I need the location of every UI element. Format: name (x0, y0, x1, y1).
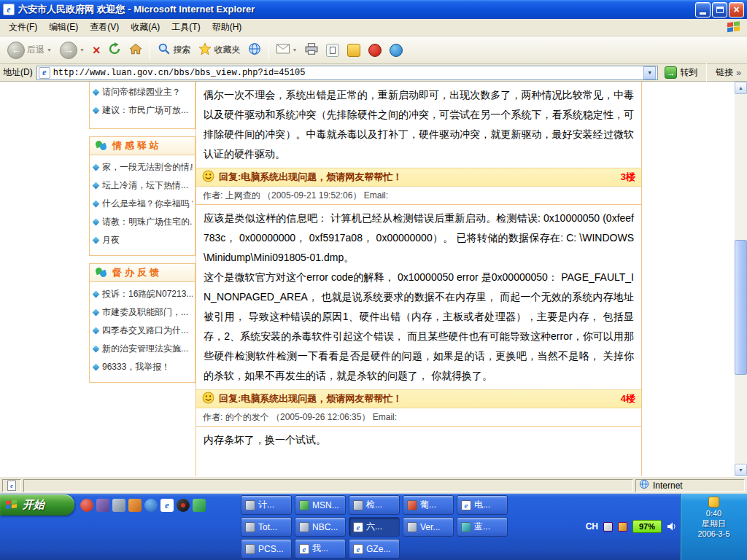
task-button[interactable]: Ver... (403, 517, 454, 537)
messenger-button[interactable] (387, 42, 406, 59)
home-button[interactable] (126, 40, 145, 60)
task-button[interactable]: 蓝... (457, 517, 508, 537)
bullet-icon (93, 309, 100, 316)
sidebar-link[interactable]: 四季春交叉路口为什... (92, 322, 193, 340)
print-button[interactable] (302, 41, 321, 59)
section-title: 情感驿站 (112, 139, 162, 152)
quick-launch-bar: e (80, 497, 206, 513)
go-button[interactable]: → 转到 (662, 65, 700, 80)
scrollbar-thumb[interactable] (735, 240, 747, 375)
tray-icon-2[interactable] (618, 522, 627, 532)
bullet-icon (93, 201, 100, 208)
task-button[interactable]: 计... (241, 495, 292, 515)
discuss-button[interactable] (344, 42, 363, 59)
quick-launch-icon-1[interactable] (80, 499, 93, 512)
sidebar-link[interactable]: 坛上冷清，坛下热情... (92, 176, 193, 195)
task-button[interactable]: 检... (349, 495, 400, 515)
minimize-button[interactable] (695, 2, 711, 18)
task-button-label: 六... (366, 521, 382, 533)
page-content: 请问帝都绿园业主？ 建议：市民广场可放... 情感驿站 家，一段无法割舍的情感 … (0, 82, 747, 476)
quick-launch-qq-icon[interactable] (177, 499, 190, 512)
bullet-icon (93, 291, 100, 298)
media-button[interactable] (245, 40, 264, 60)
favorites-button[interactable]: 收藏夹 (196, 40, 243, 60)
menu-edit[interactable]: 编辑(E) (43, 19, 84, 36)
app-icon (353, 500, 363, 510)
back-icon: ← (7, 42, 25, 59)
task-button-label: NBC... (312, 522, 338, 532)
menu-tools[interactable]: 工具(T) (166, 19, 206, 36)
sidebar-link[interactable]: 请教：明珠广场住宅的... (92, 213, 193, 231)
menu-view[interactable]: 查看(V) (84, 19, 125, 36)
volume-icon[interactable] (667, 522, 677, 531)
bullet-icon (93, 107, 100, 114)
qq-button[interactable] (365, 42, 384, 59)
bullet-icon (93, 164, 100, 171)
address-dropdown-button[interactable]: ▼ (643, 66, 656, 79)
search-button[interactable]: 搜索 (155, 40, 193, 60)
scrollbar-track[interactable] (735, 94, 747, 464)
maximize-button[interactable] (712, 2, 727, 18)
edit-button[interactable] (323, 42, 342, 59)
task-button-label: 电... (474, 499, 490, 511)
back-button[interactable]: ← 后退 ▼ (4, 39, 55, 61)
clock-time: 0:40 (706, 508, 721, 518)
refresh-button[interactable] (105, 40, 124, 60)
menu-favorites[interactable]: 收藏(A) (125, 19, 166, 36)
address-input[interactable]: e http://www.luan.gov.cn/bbs/bbs_view.ph… (36, 66, 659, 80)
notification-icon[interactable] (708, 497, 719, 508)
start-button[interactable]: 开始 (0, 494, 74, 516)
print-icon (305, 43, 318, 57)
app-icon: e (353, 544, 363, 554)
task-button[interactable]: e电... (457, 495, 508, 515)
quick-launch-ie-icon[interactable]: e (160, 499, 174, 512)
reply-author: 作者: 的个的发个 （2005-09-26 12:06:35） Email: (196, 408, 641, 427)
quick-launch-icon-8[interactable] (193, 499, 206, 512)
close-icon: × (733, 4, 739, 15)
floor-badge: 4楼 (621, 392, 635, 405)
ime-indicator[interactable]: CH (586, 521, 598, 532)
tray-icon-1[interactable] (603, 522, 613, 532)
sidebar-link[interactable]: 家，一段无法割舍的情感 (92, 158, 193, 176)
task-button[interactable]: 葡... (403, 495, 454, 515)
sidebar-link[interactable]: 新的治安管理法实施... (92, 340, 193, 358)
scroll-down-button[interactable]: ▼ (735, 464, 747, 476)
forward-button[interactable]: → ▼ (57, 39, 88, 61)
quick-launch-icon-4[interactable] (128, 499, 142, 512)
task-button[interactable]: Tot... (241, 517, 292, 537)
quick-launch-icon-5[interactable] (144, 499, 158, 512)
sidebar-link[interactable]: 市建委及职能部门，... (92, 303, 193, 322)
quick-launch-icon-3[interactable] (112, 499, 125, 512)
task-button-active[interactable]: e六... (349, 517, 400, 537)
task-button[interactable]: e我... (295, 539, 346, 559)
menu-help[interactable]: 帮助(H) (206, 19, 248, 36)
sidebar-link[interactable]: 建议：市民广场可放... (92, 101, 193, 120)
sidebar-link[interactable]: 96333，我举报！ (92, 358, 193, 376)
task-button[interactable]: eGZe... (349, 539, 400, 559)
app-icon (299, 500, 309, 510)
links-button[interactable]: 链接 » (713, 66, 744, 79)
vertical-scrollbar[interactable]: ▲ ▼ (735, 82, 747, 476)
menu-file[interactable]: 文件(F) (3, 19, 43, 36)
sidebar-link[interactable]: 请问帝都绿园业主？ (92, 83, 193, 101)
app-icon (299, 522, 309, 532)
task-button[interactable]: MSN... (295, 495, 346, 515)
stop-button[interactable]: × (90, 42, 104, 59)
task-button[interactable]: PCS... (241, 539, 292, 559)
reply-paragraph: 应该是类似这样的信息吧： 计算机已经从检测错误后重新启动。检测错误: 0x100… (204, 209, 634, 268)
task-button[interactable]: NBC... (295, 517, 346, 537)
battery-indicator[interactable]: 97% (632, 520, 662, 533)
sidebar-link[interactable]: 什么是幸福？你幸福吗？.. (92, 195, 193, 213)
task-button-label: 检... (366, 499, 382, 511)
sidebar-link[interactable]: 投诉：16路皖N07213... (92, 285, 193, 303)
task-button-label: Tot... (258, 522, 277, 532)
reply-header-floor3: 回复:电脑系统出现问题，烦请网友帮帮忙！ 3楼 (196, 168, 641, 187)
close-button[interactable]: × (729, 2, 744, 18)
sidebar-link-label: 96333，我举报！ (102, 361, 170, 373)
sidebar-box-emotion: 家，一段无法割舍的情感 坛上冷清，坛下热情... 什么是幸福？你幸福吗？.. 请… (89, 155, 196, 256)
quick-launch-icon-2[interactable] (96, 499, 109, 512)
ie-logo-icon: e (3, 4, 15, 15)
sidebar-link[interactable]: 月夜 (92, 231, 193, 249)
mail-button[interactable]: ▼ (274, 42, 300, 58)
scroll-up-button[interactable]: ▲ (735, 82, 747, 94)
